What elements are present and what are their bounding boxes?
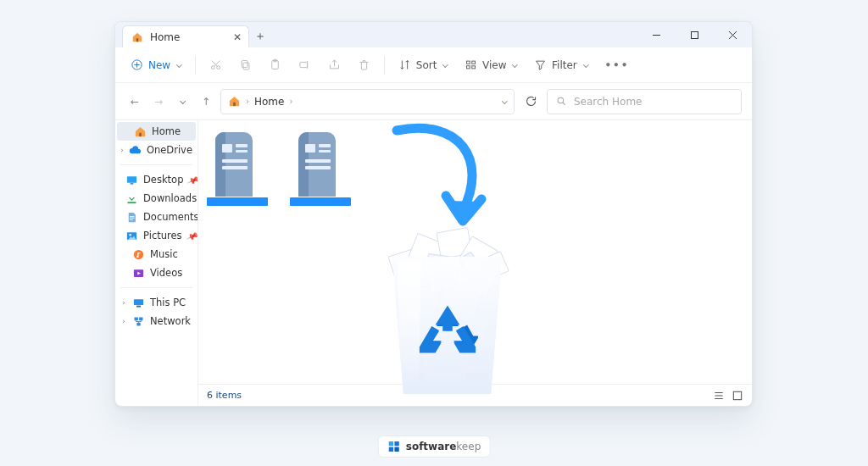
- new-tab-button[interactable]: ＋: [249, 25, 271, 47]
- item-count: 6 items: [207, 390, 242, 401]
- refresh-icon: [525, 95, 537, 108]
- address-bar[interactable]: › Home ›: [220, 89, 515, 114]
- file-tombstone-icon: [207, 130, 261, 197]
- sidebar-item-home[interactable]: Home: [117, 122, 196, 141]
- address-location: Home: [254, 96, 284, 108]
- sidebar-item-pictures[interactable]: Pictures 📌: [115, 226, 198, 245]
- desktop-icon: [125, 174, 138, 186]
- thumbnails-view-icon[interactable]: [732, 390, 743, 402]
- view-button[interactable]: View: [458, 55, 524, 75]
- window-controls: [637, 22, 752, 47]
- svg-rect-23: [127, 176, 136, 183]
- nav-back-button[interactable]: ←: [125, 92, 144, 111]
- svg-rect-22: [139, 132, 142, 136]
- sort-icon: [398, 58, 411, 71]
- sidebar-label: Documents: [143, 211, 198, 223]
- filter-label: Filter: [552, 59, 577, 71]
- nav-up-button[interactable]: ↑: [197, 92, 215, 111]
- svg-rect-15: [466, 61, 470, 64]
- svg-rect-25: [128, 202, 136, 203]
- share-icon: [328, 58, 341, 71]
- svg-rect-19: [233, 103, 236, 106]
- sidebar-item-desktop[interactable]: Desktop 📌: [115, 170, 198, 189]
- videos-icon: [132, 267, 145, 280]
- svg-rect-38: [222, 159, 248, 163]
- file-explorer-window: Home ✕ ＋ New Sort View: [114, 21, 753, 407]
- nav-forward-button[interactable]: →: [149, 92, 168, 111]
- sidebar: Home › OneDrive Desktop 📌 Downloads 📌: [115, 120, 198, 406]
- svg-rect-0: [136, 38, 138, 42]
- new-button[interactable]: New: [124, 55, 188, 75]
- sidebar-label: OneDrive: [147, 144, 192, 156]
- details-view-icon[interactable]: [713, 390, 725, 402]
- close-window-button[interactable]: [714, 22, 752, 47]
- delete-button[interactable]: [351, 55, 377, 75]
- search-icon: [556, 96, 567, 107]
- brand-logo-icon: [387, 440, 401, 453]
- home-icon: [131, 31, 143, 43]
- svg-rect-37: [236, 150, 248, 153]
- pin-icon: 📌: [187, 174, 198, 186]
- address-row: ← → ↑ › Home › Search Home: [115, 83, 752, 120]
- svg-rect-18: [472, 66, 476, 69]
- copy-button[interactable]: [232, 55, 259, 75]
- search-box[interactable]: Search Home: [547, 89, 742, 114]
- tab-label: Home: [150, 31, 180, 43]
- sidebar-item-downloads[interactable]: Downloads 📌: [115, 189, 198, 208]
- music-icon: [132, 248, 145, 261]
- sidebar-item-videos[interactable]: Videos: [115, 264, 198, 282]
- rename-icon: [298, 58, 311, 71]
- sidebar-item-onedrive[interactable]: › OneDrive: [115, 141, 198, 159]
- paste-button[interactable]: [262, 55, 288, 75]
- filter-button[interactable]: Filter: [527, 55, 594, 75]
- svg-rect-10: [243, 63, 249, 69]
- share-button[interactable]: [321, 55, 348, 75]
- close-tab-icon[interactable]: ✕: [233, 31, 242, 43]
- sidebar-label: Desktop: [143, 174, 183, 186]
- svg-rect-51: [389, 447, 393, 452]
- svg-rect-32: [135, 317, 138, 320]
- toolbar: New Sort View Filter •••: [115, 47, 752, 83]
- sidebar-item-documents[interactable]: Documents 📌: [115, 208, 198, 226]
- svg-rect-33: [139, 317, 142, 320]
- minimize-button[interactable]: [637, 22, 676, 47]
- address-dropdown-icon[interactable]: [502, 98, 507, 103]
- home-icon: [134, 125, 147, 138]
- svg-rect-11: [242, 61, 248, 68]
- sidebar-label: Videos: [150, 267, 182, 279]
- svg-rect-30: [134, 299, 143, 305]
- svg-rect-52: [394, 447, 398, 452]
- svg-rect-49: [389, 441, 393, 446]
- sidebar-item-thispc[interactable]: › This PC: [115, 293, 198, 312]
- refresh-button[interactable]: [520, 89, 542, 114]
- paste-icon: [269, 58, 281, 71]
- documents-icon: [125, 211, 138, 224]
- cut-button[interactable]: [203, 55, 229, 75]
- svg-rect-41: [319, 144, 331, 147]
- sort-button[interactable]: Sort: [392, 55, 454, 75]
- sidebar-item-music[interactable]: Music: [115, 245, 198, 264]
- titlebar: Home ✕ ＋: [115, 22, 752, 47]
- svg-point-27: [129, 234, 131, 236]
- explorer-body: Home › OneDrive Desktop 📌 Downloads 📌: [115, 120, 752, 406]
- svg-rect-34: [136, 322, 140, 325]
- downloads-icon: [125, 192, 138, 205]
- view-icon: [465, 58, 477, 71]
- maximize-button[interactable]: [676, 22, 714, 47]
- rename-button[interactable]: [292, 55, 318, 75]
- file-item[interactable]: [290, 130, 351, 206]
- sidebar-item-network[interactable]: › Network: [115, 312, 198, 330]
- file-list: [198, 120, 752, 206]
- copy-icon: [239, 58, 252, 71]
- tab-home[interactable]: Home ✕: [122, 25, 249, 47]
- search-placeholder: Search Home: [574, 96, 642, 108]
- brand-badge: softwarekeep: [378, 435, 491, 458]
- nav-recent-button[interactable]: [173, 92, 192, 111]
- file-item[interactable]: [207, 130, 268, 206]
- svg-rect-31: [136, 305, 141, 307]
- sidebar-label: Music: [150, 248, 178, 260]
- view-label: View: [482, 59, 506, 71]
- sidebar-label: Pictures: [143, 230, 182, 241]
- more-button[interactable]: •••: [598, 56, 636, 75]
- svg-rect-36: [236, 144, 248, 147]
